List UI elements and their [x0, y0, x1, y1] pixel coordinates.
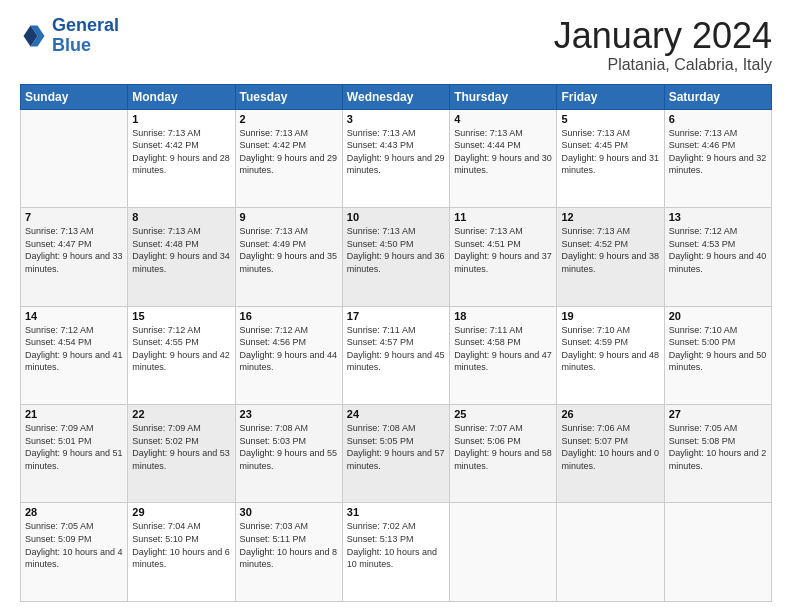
day-number: 16	[240, 310, 338, 322]
day-number: 6	[669, 113, 767, 125]
calendar-cell: 9 Sunrise: 7:13 AMSunset: 4:49 PMDayligh…	[235, 208, 342, 306]
day-number: 30	[240, 506, 338, 518]
calendar-cell: 30 Sunrise: 7:03 AMSunset: 5:11 PMDaylig…	[235, 503, 342, 602]
calendar-cell: 16 Sunrise: 7:12 AMSunset: 4:56 PMDaylig…	[235, 306, 342, 404]
day-info: Sunrise: 7:11 AMSunset: 4:57 PMDaylight:…	[347, 324, 445, 374]
day-info: Sunrise: 7:07 AMSunset: 5:06 PMDaylight:…	[454, 422, 552, 472]
day-info: Sunrise: 7:12 AMSunset: 4:53 PMDaylight:…	[669, 225, 767, 275]
day-info: Sunrise: 7:13 AMSunset: 4:47 PMDaylight:…	[25, 225, 123, 275]
day-info: Sunrise: 7:13 AMSunset: 4:44 PMDaylight:…	[454, 127, 552, 177]
day-number: 2	[240, 113, 338, 125]
day-info: Sunrise: 7:08 AMSunset: 5:03 PMDaylight:…	[240, 422, 338, 472]
calendar-week-row: 14 Sunrise: 7:12 AMSunset: 4:54 PMDaylig…	[21, 306, 772, 404]
day-info: Sunrise: 7:13 AMSunset: 4:46 PMDaylight:…	[669, 127, 767, 177]
calendar-cell: 26 Sunrise: 7:06 AMSunset: 5:07 PMDaylig…	[557, 405, 664, 503]
calendar-cell: 12 Sunrise: 7:13 AMSunset: 4:52 PMDaylig…	[557, 208, 664, 306]
col-thursday: Thursday	[450, 84, 557, 109]
day-info: Sunrise: 7:12 AMSunset: 4:56 PMDaylight:…	[240, 324, 338, 374]
logo-icon	[20, 22, 48, 50]
day-info: Sunrise: 7:09 AMSunset: 5:02 PMDaylight:…	[132, 422, 230, 472]
col-wednesday: Wednesday	[342, 84, 449, 109]
day-number: 11	[454, 211, 552, 223]
calendar-cell: 29 Sunrise: 7:04 AMSunset: 5:10 PMDaylig…	[128, 503, 235, 602]
day-number: 10	[347, 211, 445, 223]
col-sunday: Sunday	[21, 84, 128, 109]
header: General Blue January 2024 Platania, Cala…	[20, 16, 772, 74]
calendar-cell: 13 Sunrise: 7:12 AMSunset: 4:53 PMDaylig…	[664, 208, 771, 306]
day-info: Sunrise: 7:12 AMSunset: 4:55 PMDaylight:…	[132, 324, 230, 374]
logo: General Blue	[20, 16, 119, 56]
day-number: 31	[347, 506, 445, 518]
day-number: 3	[347, 113, 445, 125]
calendar-cell: 17 Sunrise: 7:11 AMSunset: 4:57 PMDaylig…	[342, 306, 449, 404]
calendar-cell: 15 Sunrise: 7:12 AMSunset: 4:55 PMDaylig…	[128, 306, 235, 404]
day-number: 13	[669, 211, 767, 223]
col-friday: Friday	[557, 84, 664, 109]
calendar-cell: 31 Sunrise: 7:02 AMSunset: 5:13 PMDaylig…	[342, 503, 449, 602]
col-tuesday: Tuesday	[235, 84, 342, 109]
calendar-cell: 22 Sunrise: 7:09 AMSunset: 5:02 PMDaylig…	[128, 405, 235, 503]
day-number: 24	[347, 408, 445, 420]
day-number: 25	[454, 408, 552, 420]
day-info: Sunrise: 7:05 AMSunset: 5:08 PMDaylight:…	[669, 422, 767, 472]
calendar-cell: 1 Sunrise: 7:13 AMSunset: 4:42 PMDayligh…	[128, 109, 235, 207]
calendar-cell: 8 Sunrise: 7:13 AMSunset: 4:48 PMDayligh…	[128, 208, 235, 306]
calendar-week-row: 28 Sunrise: 7:05 AMSunset: 5:09 PMDaylig…	[21, 503, 772, 602]
calendar-cell	[557, 503, 664, 602]
day-info: Sunrise: 7:13 AMSunset: 4:51 PMDaylight:…	[454, 225, 552, 275]
calendar-cell: 11 Sunrise: 7:13 AMSunset: 4:51 PMDaylig…	[450, 208, 557, 306]
day-number: 4	[454, 113, 552, 125]
day-info: Sunrise: 7:13 AMSunset: 4:52 PMDaylight:…	[561, 225, 659, 275]
day-info: Sunrise: 7:02 AMSunset: 5:13 PMDaylight:…	[347, 520, 445, 570]
col-monday: Monday	[128, 84, 235, 109]
day-info: Sunrise: 7:13 AMSunset: 4:43 PMDaylight:…	[347, 127, 445, 177]
calendar-cell: 7 Sunrise: 7:13 AMSunset: 4:47 PMDayligh…	[21, 208, 128, 306]
day-number: 23	[240, 408, 338, 420]
calendar-cell: 24 Sunrise: 7:08 AMSunset: 5:05 PMDaylig…	[342, 405, 449, 503]
calendar-cell: 4 Sunrise: 7:13 AMSunset: 4:44 PMDayligh…	[450, 109, 557, 207]
day-info: Sunrise: 7:13 AMSunset: 4:50 PMDaylight:…	[347, 225, 445, 275]
calendar-cell: 6 Sunrise: 7:13 AMSunset: 4:46 PMDayligh…	[664, 109, 771, 207]
day-number: 15	[132, 310, 230, 322]
logo-general: General	[52, 15, 119, 35]
calendar-week-row: 7 Sunrise: 7:13 AMSunset: 4:47 PMDayligh…	[21, 208, 772, 306]
day-number: 1	[132, 113, 230, 125]
day-info: Sunrise: 7:13 AMSunset: 4:48 PMDaylight:…	[132, 225, 230, 275]
day-info: Sunrise: 7:10 AMSunset: 4:59 PMDaylight:…	[561, 324, 659, 374]
day-number: 21	[25, 408, 123, 420]
calendar-cell: 20 Sunrise: 7:10 AMSunset: 5:00 PMDaylig…	[664, 306, 771, 404]
logo-text: General Blue	[52, 16, 119, 56]
day-number: 27	[669, 408, 767, 420]
day-number: 19	[561, 310, 659, 322]
day-number: 17	[347, 310, 445, 322]
calendar-cell: 3 Sunrise: 7:13 AMSunset: 4:43 PMDayligh…	[342, 109, 449, 207]
day-number: 8	[132, 211, 230, 223]
calendar-cell	[664, 503, 771, 602]
day-info: Sunrise: 7:03 AMSunset: 5:11 PMDaylight:…	[240, 520, 338, 570]
calendar-week-row: 21 Sunrise: 7:09 AMSunset: 5:01 PMDaylig…	[21, 405, 772, 503]
col-saturday: Saturday	[664, 84, 771, 109]
day-number: 5	[561, 113, 659, 125]
day-info: Sunrise: 7:11 AMSunset: 4:58 PMDaylight:…	[454, 324, 552, 374]
day-info: Sunrise: 7:09 AMSunset: 5:01 PMDaylight:…	[25, 422, 123, 472]
calendar-table: Sunday Monday Tuesday Wednesday Thursday…	[20, 84, 772, 602]
day-number: 20	[669, 310, 767, 322]
calendar-cell	[450, 503, 557, 602]
day-info: Sunrise: 7:06 AMSunset: 5:07 PMDaylight:…	[561, 422, 659, 472]
calendar-cell: 19 Sunrise: 7:10 AMSunset: 4:59 PMDaylig…	[557, 306, 664, 404]
calendar-cell: 25 Sunrise: 7:07 AMSunset: 5:06 PMDaylig…	[450, 405, 557, 503]
day-info: Sunrise: 7:08 AMSunset: 5:05 PMDaylight:…	[347, 422, 445, 472]
calendar-header-row: Sunday Monday Tuesday Wednesday Thursday…	[21, 84, 772, 109]
day-info: Sunrise: 7:10 AMSunset: 5:00 PMDaylight:…	[669, 324, 767, 374]
calendar-week-row: 1 Sunrise: 7:13 AMSunset: 4:42 PMDayligh…	[21, 109, 772, 207]
calendar-cell: 23 Sunrise: 7:08 AMSunset: 5:03 PMDaylig…	[235, 405, 342, 503]
logo-blue: Blue	[52, 36, 119, 56]
day-number: 14	[25, 310, 123, 322]
day-number: 22	[132, 408, 230, 420]
calendar-cell: 2 Sunrise: 7:13 AMSunset: 4:42 PMDayligh…	[235, 109, 342, 207]
calendar-cell: 27 Sunrise: 7:05 AMSunset: 5:08 PMDaylig…	[664, 405, 771, 503]
day-number: 28	[25, 506, 123, 518]
day-number: 12	[561, 211, 659, 223]
day-info: Sunrise: 7:13 AMSunset: 4:45 PMDaylight:…	[561, 127, 659, 177]
day-number: 7	[25, 211, 123, 223]
